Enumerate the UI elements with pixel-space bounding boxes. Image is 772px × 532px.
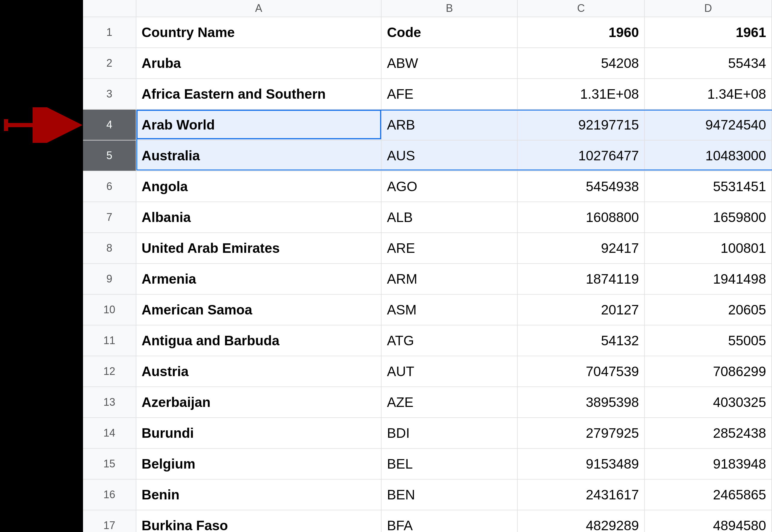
column-header-D[interactable]: D — [645, 0, 772, 17]
cell-D13[interactable]: 4030325 — [645, 387, 772, 418]
cell-D10[interactable]: 20605 — [645, 295, 772, 325]
cell-D5[interactable]: 10483000 — [645, 140, 772, 171]
cell-C12[interactable]: 7047539 — [518, 356, 645, 387]
table-row: 13AzerbaijanAZE38953984030325 — [83, 387, 772, 418]
row-header-3[interactable]: 3 — [83, 79, 136, 110]
cell-B15[interactable]: BEL — [382, 449, 518, 480]
cell-A2[interactable]: Aruba — [136, 48, 382, 79]
table-row: 10American SamoaASM2012720605 — [83, 295, 772, 325]
row-header-4[interactable]: 4 — [83, 110, 136, 140]
cell-A5[interactable]: Australia — [136, 140, 382, 171]
cell-C9[interactable]: 1874119 — [518, 264, 645, 295]
row-header-1[interactable]: 1 — [83, 17, 136, 48]
cell-A9[interactable]: Armenia — [136, 264, 382, 295]
cell-D15[interactable]: 9183948 — [645, 449, 772, 480]
column-header-A[interactable]: A — [136, 0, 382, 17]
cell-B14[interactable]: BDI — [382, 418, 518, 449]
cell-A1[interactable]: Country Name — [136, 17, 382, 48]
cell-D8[interactable]: 100801 — [645, 233, 772, 264]
cell-A13[interactable]: Azerbaijan — [136, 387, 382, 418]
cell-A12[interactable]: Austria — [136, 356, 382, 387]
row-header-6[interactable]: 6 — [83, 171, 136, 202]
cell-A4[interactable]: Arab World — [136, 110, 382, 140]
cell-B12[interactable]: AUT — [382, 356, 518, 387]
cell-C6[interactable]: 5454938 — [518, 171, 645, 202]
cell-A6[interactable]: Angola — [136, 171, 382, 202]
cell-C13[interactable]: 3895398 — [518, 387, 645, 418]
cell-C17[interactable]: 4829289 — [518, 510, 645, 532]
select-all-corner[interactable] — [83, 0, 136, 17]
row-header-11[interactable]: 11 — [83, 325, 136, 356]
cell-B16[interactable]: BEN — [382, 480, 518, 510]
cell-A10[interactable]: American Samoa — [136, 295, 382, 325]
row-header-13[interactable]: 13 — [83, 387, 136, 418]
cell-D14[interactable]: 2852438 — [645, 418, 772, 449]
cell-B1[interactable]: Code — [382, 17, 518, 48]
row-header-7[interactable]: 7 — [83, 202, 136, 233]
cell-C8[interactable]: 92417 — [518, 233, 645, 264]
row-header-5[interactable]: 5 — [83, 140, 136, 171]
cell-D3[interactable]: 1.34E+08 — [645, 79, 772, 110]
cell-B3[interactable]: AFE — [382, 79, 518, 110]
cell-B9[interactable]: ARM — [382, 264, 518, 295]
cell-D1[interactable]: 1961 — [645, 17, 772, 48]
cell-C15[interactable]: 9153489 — [518, 449, 645, 480]
row-header-2[interactable]: 2 — [83, 48, 136, 79]
column-header-C[interactable]: C — [518, 0, 645, 17]
cell-B5[interactable]: AUS — [382, 140, 518, 171]
cell-B4[interactable]: ARB — [382, 110, 518, 140]
cell-A7[interactable]: Albania — [136, 202, 382, 233]
cell-A14[interactable]: Burundi — [136, 418, 382, 449]
table-row: 4Arab WorldARB9219771594724540 — [83, 110, 772, 140]
row-header-16[interactable]: 16 — [83, 480, 136, 510]
cell-C14[interactable]: 2797925 — [518, 418, 645, 449]
cell-A8[interactable]: United Arab Emirates — [136, 233, 382, 264]
cell-D2[interactable]: 55434 — [645, 48, 772, 79]
cell-A3[interactable]: Africa Eastern and Southern — [136, 79, 382, 110]
cell-A11[interactable]: Antigua and Barbuda — [136, 325, 382, 356]
cell-B10[interactable]: ASM — [382, 295, 518, 325]
cell-A17[interactable]: Burkina Faso — [136, 510, 382, 532]
cell-C7[interactable]: 1608800 — [518, 202, 645, 233]
row-header-14[interactable]: 14 — [83, 418, 136, 449]
cell-D12[interactable]: 7086299 — [645, 356, 772, 387]
spreadsheet-grid[interactable]: A B C D 1 Country Name Code 1960 1961 2A… — [83, 0, 772, 532]
column-header-B[interactable]: B — [382, 0, 518, 17]
table-row: 8United Arab EmiratesARE92417100801 — [83, 233, 772, 264]
cell-C4[interactable]: 92197715 — [518, 110, 645, 140]
cell-C11[interactable]: 54132 — [518, 325, 645, 356]
cell-D11[interactable]: 55005 — [645, 325, 772, 356]
row-header-17[interactable]: 17 — [83, 510, 136, 532]
cell-C10[interactable]: 20127 — [518, 295, 645, 325]
table-row: 14BurundiBDI27979252852438 — [83, 418, 772, 449]
row-header-9[interactable]: 9 — [83, 264, 136, 295]
cell-B2[interactable]: ABW — [382, 48, 518, 79]
cell-C2[interactable]: 54208 — [518, 48, 645, 79]
cell-B13[interactable]: AZE — [382, 387, 518, 418]
cell-A15[interactable]: Belgium — [136, 449, 382, 480]
cell-C1[interactable]: 1960 — [518, 17, 645, 48]
row-header-15[interactable]: 15 — [83, 449, 136, 480]
presentation-black-margin — [0, 0, 83, 532]
cell-C5[interactable]: 10276477 — [518, 140, 645, 171]
cell-B17[interactable]: BFA — [382, 510, 518, 532]
cell-B8[interactable]: ARE — [382, 233, 518, 264]
table-row: 17Burkina FasoBFA48292894894580 — [83, 510, 772, 532]
row-header-12[interactable]: 12 — [83, 356, 136, 387]
cell-D7[interactable]: 1659800 — [645, 202, 772, 233]
cell-B11[interactable]: ATG — [382, 325, 518, 356]
table-row: 12AustriaAUT70475397086299 — [83, 356, 772, 387]
cell-D9[interactable]: 1941498 — [645, 264, 772, 295]
cell-D17[interactable]: 4894580 — [645, 510, 772, 532]
cell-A16[interactable]: Benin — [136, 480, 382, 510]
row-header-10[interactable]: 10 — [83, 295, 136, 325]
cell-D16[interactable]: 2465865 — [645, 480, 772, 510]
row-header-8[interactable]: 8 — [83, 233, 136, 264]
cell-B7[interactable]: ALB — [382, 202, 518, 233]
cell-D6[interactable]: 5531451 — [645, 171, 772, 202]
table-row: 5AustraliaAUS1027647710483000 — [83, 140, 772, 171]
cell-D4[interactable]: 94724540 — [645, 110, 772, 140]
cell-B6[interactable]: AGO — [382, 171, 518, 202]
cell-C3[interactable]: 1.31E+08 — [518, 79, 645, 110]
cell-C16[interactable]: 2431617 — [518, 480, 645, 510]
